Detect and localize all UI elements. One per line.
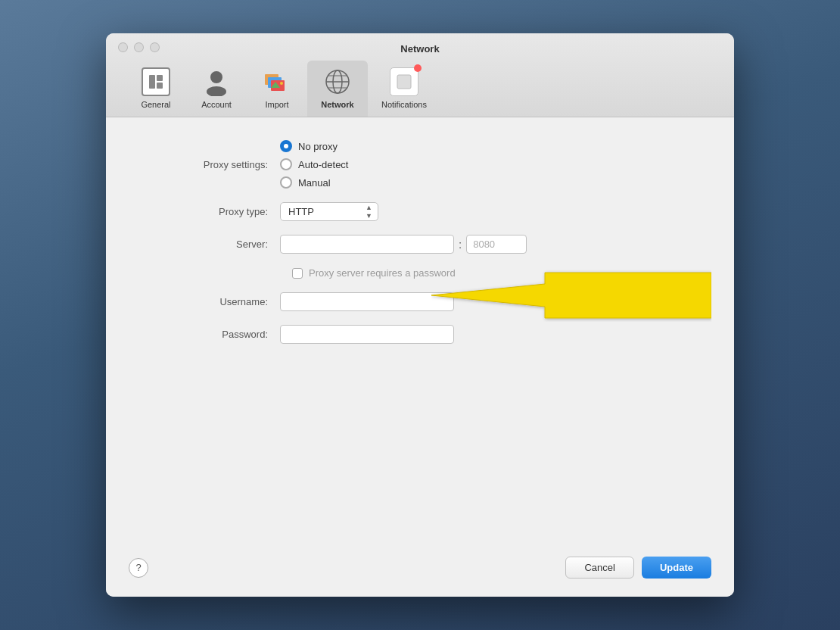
titlebar: Network General [106, 33, 734, 117]
tab-import-label: Import [265, 100, 288, 109]
tab-network[interactable]: Network [307, 61, 368, 117]
username-input[interactable] [280, 292, 454, 311]
tab-account-label: Account [201, 100, 232, 109]
tab-import[interactable]: Import [247, 61, 307, 117]
server-label: Server: [151, 239, 280, 250]
tab-general-label: General [141, 100, 170, 109]
content-area: Proxy settings: No proxy Auto-detect [106, 117, 734, 541]
tab-account[interactable]: Account [186, 61, 247, 117]
proxy-password-checkbox[interactable] [292, 268, 303, 279]
maximize-button[interactable] [150, 42, 160, 52]
username-row: Username: [151, 292, 689, 311]
minimize-button[interactable] [134, 42, 144, 52]
proxy-type-label: Proxy type: [151, 206, 280, 217]
radio-manual[interactable]: Manual [280, 176, 349, 189]
colon-separator: : [459, 238, 462, 251]
svg-point-4 [207, 86, 226, 96]
svg-rect-1 [157, 75, 163, 81]
proxy-settings-label: Proxy settings: [151, 159, 280, 170]
radio-auto-detect-label: Auto-detect [298, 159, 349, 170]
svg-point-3 [210, 71, 222, 83]
tab-notifications[interactable]: Notifications [368, 61, 440, 117]
radio-circle-manual [280, 176, 292, 189]
bottom-bar: ? Cancel Update [106, 541, 734, 597]
tab-notifications-label: Notifications [381, 100, 427, 109]
general-icon [141, 67, 171, 97]
proxy-type-row: Proxy type: HTTP HTTPS SOCKS4 SOCKS5 ▲ ▼ [151, 202, 689, 221]
radio-no-proxy[interactable]: No proxy [280, 140, 349, 152]
proxy-radio-group: No proxy Auto-detect Manual [280, 140, 349, 189]
network-icon [322, 67, 353, 97]
server-input-group: : [280, 235, 527, 254]
update-button[interactable]: Update [642, 557, 711, 579]
radio-auto-detect[interactable]: Auto-detect [280, 158, 349, 170]
proxy-form: Proxy settings: No proxy Auto-detect [151, 140, 689, 344]
toolbar: General Account [118, 61, 722, 117]
proxy-type-select[interactable]: HTTP HTTPS SOCKS4 SOCKS5 [280, 202, 378, 221]
password-row: Password: [151, 325, 689, 344]
proxy-type-select-wrapper: HTTP HTTPS SOCKS4 SOCKS5 ▲ ▼ [280, 202, 378, 221]
radio-manual-label: Manual [298, 177, 331, 189]
help-icon: ? [135, 562, 141, 573]
svg-rect-15 [397, 75, 411, 89]
tab-general[interactable]: General [126, 61, 186, 117]
port-input[interactable] [466, 235, 527, 254]
notification-badge [414, 64, 422, 72]
password-label: Password: [151, 329, 280, 340]
server-input[interactable] [280, 235, 454, 254]
import-icon [262, 67, 292, 97]
proxy-settings-row: Proxy settings: No proxy Auto-detect [151, 140, 689, 189]
cancel-button[interactable]: Cancel [565, 557, 633, 579]
proxy-password-checkbox-row: Proxy server requires a password [151, 267, 689, 279]
notifications-icon [389, 67, 419, 97]
radio-circle-auto-detect [280, 158, 292, 170]
account-icon [201, 67, 232, 97]
radio-circle-no-proxy [280, 140, 292, 152]
action-buttons: Cancel Update [565, 557, 711, 579]
svg-point-9 [280, 82, 283, 85]
server-row: Server: : [151, 235, 689, 254]
svg-rect-0 [149, 75, 155, 89]
radio-no-proxy-label: No proxy [298, 141, 338, 152]
close-button[interactable] [118, 42, 128, 52]
content-wrapper: Proxy settings: No proxy Auto-detect [106, 117, 734, 541]
svg-rect-2 [157, 83, 163, 89]
main-window: Network General [106, 33, 734, 597]
proxy-password-label: Proxy server requires a password [309, 267, 456, 279]
password-input[interactable] [280, 325, 454, 344]
tab-network-label: Network [321, 100, 353, 109]
username-label: Username: [151, 296, 280, 307]
help-button[interactable]: ? [129, 558, 148, 578]
window-title: Network [118, 43, 722, 55]
